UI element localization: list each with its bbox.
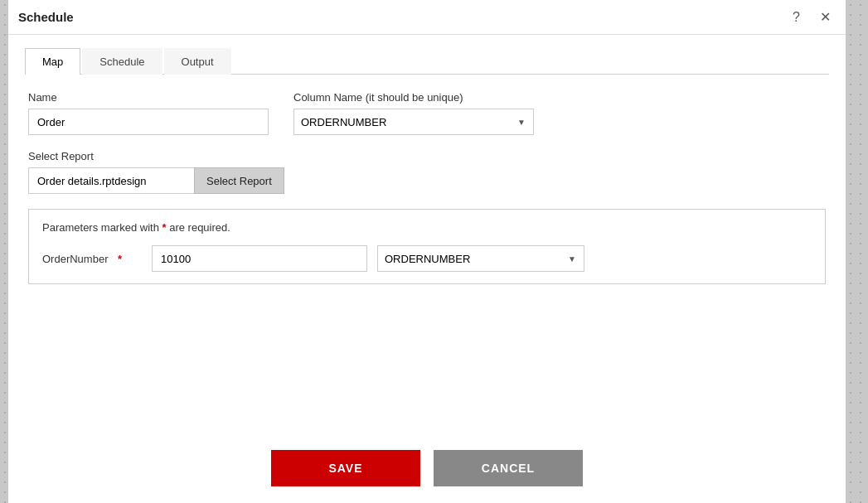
select-report-group: Select Report Select Report [28, 150, 826, 194]
help-button[interactable]: ? [788, 9, 805, 26]
close-button[interactable]: ✕ [815, 9, 836, 26]
param-row: OrderNumber * ORDERNUMBER ORDERDATE CUST… [42, 245, 812, 272]
form-section: Name Column Name (it should be unique) O… [25, 91, 829, 284]
params-info: Parameters marked with * are required. [42, 221, 812, 234]
report-filename-input[interactable] [28, 167, 194, 194]
name-label: Name [28, 91, 269, 104]
title-actions: ? ✕ [788, 9, 836, 26]
title-bar: Schedule ? ✕ [8, 0, 846, 35]
dialog-footer: SAVE CANCEL [8, 437, 846, 503]
column-name-select[interactable]: ORDERNUMBER ORDERDATE CUSTOMERID [293, 109, 534, 135]
save-button[interactable]: SAVE [271, 450, 420, 486]
tab-map[interactable]: Map [25, 48, 80, 75]
tabs-container: Map Schedule Output [25, 48, 829, 75]
params-box: Parameters marked with * are required. O… [28, 209, 826, 284]
report-input-group: Select Report [28, 167, 826, 194]
select-report-label: Select Report [28, 150, 826, 162]
dialog-content: Map Schedule Output Name Column Name (it… [8, 35, 846, 437]
name-input[interactable] [28, 109, 269, 135]
name-group: Name [28, 91, 269, 135]
column-name-group: Column Name (it should be unique) ORDERN… [293, 91, 534, 135]
column-name-label: Column Name (it should be unique) [293, 91, 534, 104]
tab-output[interactable]: Output [164, 48, 231, 75]
select-report-button[interactable]: Select Report [194, 167, 284, 194]
param-column-select[interactable]: ORDERNUMBER ORDERDATE CUSTOMERID [377, 245, 584, 272]
dialog-title: Schedule [18, 10, 74, 24]
name-column-row: Name Column Name (it should be unique) O… [28, 91, 826, 135]
schedule-dialog: Schedule ? ✕ Map Schedule Output Name [8, 0, 846, 503]
param-value-input[interactable] [152, 245, 367, 272]
cancel-button[interactable]: CANCEL [434, 450, 583, 486]
column-name-select-wrapper: ORDERNUMBER ORDERDATE CUSTOMERID [293, 109, 534, 135]
tab-schedule[interactable]: Schedule [82, 48, 162, 75]
param-name-label: OrderNumber * [42, 253, 142, 265]
param-column-select-wrapper: ORDERNUMBER ORDERDATE CUSTOMERID [377, 245, 584, 272]
param-required-marker: * [118, 253, 122, 265]
